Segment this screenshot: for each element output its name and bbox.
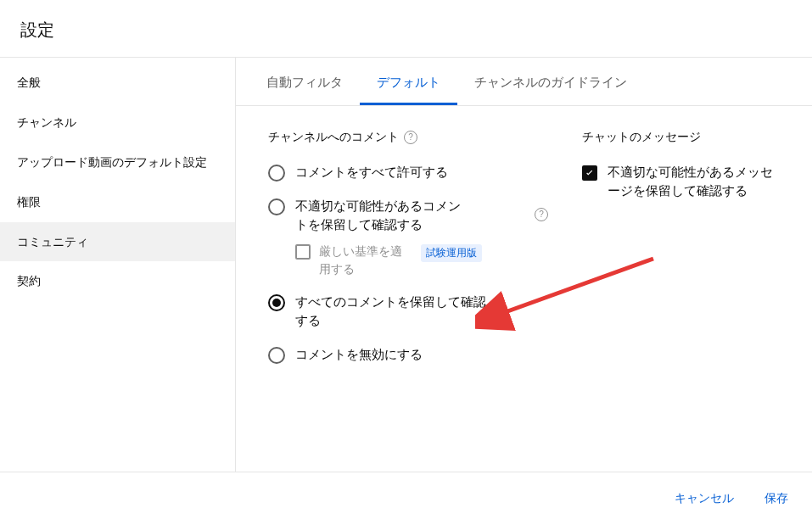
sidebar-item-label: コミュニティ — [17, 235, 88, 249]
sidebar-item-upload-defaults[interactable]: アップロード動画のデフォルト設定 — [0, 142, 235, 182]
tab-bar: 自動フィルタ デフォルト チャンネルのガイドライン — [236, 58, 812, 106]
comments-section-title: チャンネルへのコメント ? — [268, 130, 548, 145]
radio-hold-all[interactable]: すべてのコメントを保留して確認する — [268, 293, 548, 331]
tab-auto-filter[interactable]: 自動フィルタ — [249, 58, 360, 105]
radio-label: コメントを無効にする — [295, 346, 548, 365]
tab-label: チャンネルのガイドライン — [474, 75, 627, 89]
radio-icon — [268, 198, 285, 215]
tab-guidelines[interactable]: チャンネルのガイドライン — [457, 58, 644, 105]
sidebar-item-label: アップロード動画のデフォルト設定 — [17, 155, 207, 169]
radio-label: すべてのコメントを保留して確認する — [295, 293, 490, 331]
sidebar-item-label: チャンネル — [17, 115, 76, 129]
sidebar-item-general[interactable]: 全般 — [0, 63, 235, 103]
cancel-button[interactable]: キャンセル — [671, 486, 737, 511]
sidebar-nav: 全般 チャンネル アップロード動画のデフォルト設定 権限 コミュニティ 契約 — [0, 58, 236, 472]
checkbox-label: 不適切な可能性があるメッセージを保留して確認する — [608, 164, 780, 201]
tab-label: 自動フィルタ — [266, 75, 343, 89]
checkbox-checked-icon — [582, 165, 597, 181]
strict-checkbox-row[interactable]: 厳しい基準を適用する — [268, 243, 412, 278]
sidebar-item-label: 権限 — [17, 195, 41, 209]
radio-label: コメントをすべて許可する — [295, 164, 548, 182]
experimental-badge: 試験運用版 — [421, 244, 482, 262]
chat-section-title: チャットのメッセージ — [582, 130, 780, 145]
radio-disable[interactable]: コメントを無効にする — [268, 346, 548, 365]
radio-icon — [268, 347, 285, 364]
sidebar-item-label: 契約 — [17, 274, 41, 288]
dialog-footer: キャンセル 保存 — [0, 472, 812, 525]
sidebar-item-label: 全般 — [17, 75, 41, 89]
radio-icon — [268, 294, 285, 311]
help-icon[interactable]: ? — [535, 208, 548, 221]
help-icon[interactable]: ? — [404, 131, 417, 144]
save-button[interactable]: 保存 — [761, 486, 792, 511]
tab-defaults[interactable]: デフォルト — [360, 58, 457, 105]
tab-label: デフォルト — [377, 75, 440, 89]
comments-radio-group: コメントをすべて許可する 不適切な可能性があるコメントを保留して確認する ? — [268, 164, 548, 365]
sidebar-item-agreements[interactable]: 契約 — [0, 261, 235, 301]
radio-label: 不適切な可能性があるコメントを保留して確認する — [295, 198, 465, 235]
checkbox-icon — [295, 244, 311, 260]
radio-allow-all[interactable]: コメントをすべて許可する — [268, 164, 548, 182]
radio-hold-inappropriate[interactable]: 不適切な可能性があるコメントを保留して確認する — [268, 198, 526, 235]
radio-icon — [268, 165, 285, 182]
sidebar-item-community[interactable]: コミュニティ — [0, 222, 235, 262]
dialog-title: 設定 — [0, 0, 812, 57]
checkbox-label: 厳しい基準を適用する — [319, 243, 412, 278]
chat-hold-checkbox[interactable]: 不適切な可能性があるメッセージを保留して確認する — [582, 164, 780, 201]
sidebar-item-permissions[interactable]: 権限 — [0, 182, 235, 222]
sidebar-item-channel[interactable]: チャンネル — [0, 103, 235, 142]
